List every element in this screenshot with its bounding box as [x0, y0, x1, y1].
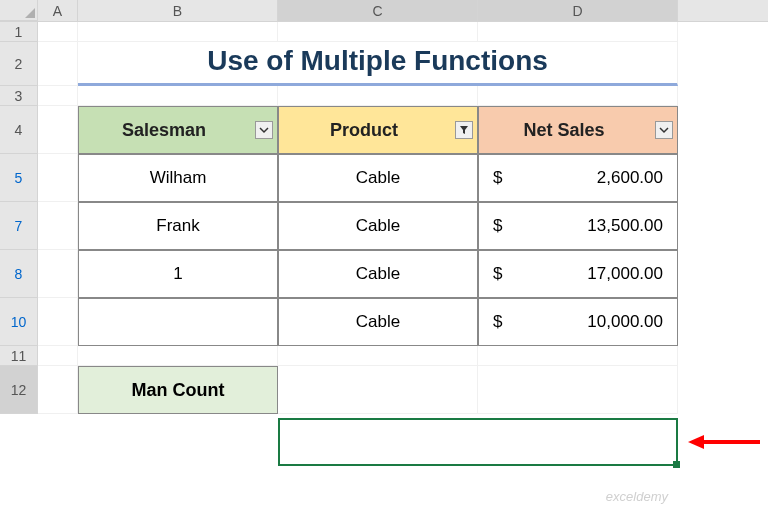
- header-product[interactable]: Product: [278, 106, 478, 154]
- cell-C11[interactable]: [278, 346, 478, 366]
- cell-A8[interactable]: [38, 250, 78, 298]
- row-header-5[interactable]: 5: [0, 154, 38, 202]
- cell-A4[interactable]: [38, 106, 78, 154]
- cell-netsales-10[interactable]: $ 10,000.00: [478, 298, 678, 346]
- annotation-arrow-icon: [688, 432, 760, 452]
- cell-A5[interactable]: [38, 154, 78, 202]
- row-2: 2 Use of Multiple Functions: [0, 42, 768, 86]
- col-header-D[interactable]: D: [478, 0, 678, 21]
- cell-selection-box: [278, 418, 678, 466]
- amount-value: 2,600.00: [597, 168, 663, 188]
- cell-netsales-8[interactable]: $ 17,000.00: [478, 250, 678, 298]
- row-header-2[interactable]: 2: [0, 42, 38, 86]
- cell-netsales-5[interactable]: $ 2,600.00: [478, 154, 678, 202]
- currency-symbol: $: [493, 312, 502, 332]
- row-12: 12 Man Count: [0, 366, 768, 414]
- cell-salesman-7[interactable]: Frank: [78, 202, 278, 250]
- cell-A3[interactable]: [38, 86, 78, 106]
- row-header-1[interactable]: 1: [0, 22, 38, 42]
- amount-value: 10,000.00: [587, 312, 663, 332]
- currency-symbol: $: [493, 264, 502, 284]
- cell-netsales-7[interactable]: $ 13,500.00: [478, 202, 678, 250]
- column-headers-row: A B C D: [0, 0, 768, 22]
- mancount-label-cell[interactable]: Man Count: [78, 366, 278, 414]
- amount-value: 17,000.00: [587, 264, 663, 284]
- spreadsheet-grid: A B C D 1 2 Use of Multiple Functions 3 …: [0, 0, 768, 524]
- cell-C12[interactable]: [278, 366, 478, 414]
- watermark-text: exceldemy: [606, 489, 668, 504]
- filter-button-netsales[interactable]: [655, 121, 673, 139]
- header-netsales[interactable]: Net Sales: [478, 106, 678, 154]
- row-1: 1: [0, 22, 768, 42]
- cell-C3[interactable]: [278, 86, 478, 106]
- filter-button-product[interactable]: [455, 121, 473, 139]
- cell-A2[interactable]: [38, 42, 78, 86]
- row-8: 8 1 Cable $ 17,000.00: [0, 250, 768, 298]
- cell-salesman-5[interactable]: Wilham: [78, 154, 278, 202]
- currency-symbol: $: [493, 168, 502, 188]
- header-netsales-label: Net Sales: [484, 120, 672, 141]
- cell-D1[interactable]: [478, 22, 678, 42]
- selection-fill-handle[interactable]: [673, 461, 680, 468]
- cell-A10[interactable]: [38, 298, 78, 346]
- header-salesman[interactable]: Salesman: [78, 106, 278, 154]
- row-header-8[interactable]: 8: [0, 250, 38, 298]
- col-header-C[interactable]: C: [278, 0, 478, 21]
- cell-A7[interactable]: [38, 202, 78, 250]
- cell-C1[interactable]: [278, 22, 478, 42]
- cell-B3[interactable]: [78, 86, 278, 106]
- cell-D12[interactable]: [478, 366, 678, 414]
- row-10: 10 Cable $ 10,000.00: [0, 298, 768, 346]
- cell-B1[interactable]: [78, 22, 278, 42]
- chevron-down-icon: [659, 125, 669, 135]
- filter-button-salesman[interactable]: [255, 121, 273, 139]
- header-salesman-label: Salesman: [84, 120, 272, 141]
- cell-A11[interactable]: [38, 346, 78, 366]
- cell-salesman-10[interactable]: [78, 298, 278, 346]
- col-header-B[interactable]: B: [78, 0, 278, 21]
- row-4: 4 Salesman Product Net Sales: [0, 106, 768, 154]
- col-header-A[interactable]: A: [38, 0, 78, 21]
- row-header-7[interactable]: 7: [0, 202, 38, 250]
- row-header-12[interactable]: 12: [0, 366, 38, 414]
- cell-product-10[interactable]: Cable: [278, 298, 478, 346]
- cell-A1[interactable]: [38, 22, 78, 42]
- row-7: 7 Frank Cable $ 13,500.00: [0, 202, 768, 250]
- filter-active-icon: [459, 125, 469, 135]
- row-header-10[interactable]: 10: [0, 298, 38, 346]
- currency-symbol: $: [493, 216, 502, 236]
- row-3: 3: [0, 86, 768, 106]
- cell-D11[interactable]: [478, 346, 678, 366]
- row-header-3[interactable]: 3: [0, 86, 38, 106]
- cell-product-8[interactable]: Cable: [278, 250, 478, 298]
- header-product-label: Product: [284, 120, 472, 141]
- cell-D3[interactable]: [478, 86, 678, 106]
- cell-product-5[interactable]: Cable: [278, 154, 478, 202]
- chevron-down-icon: [259, 125, 269, 135]
- select-all-corner[interactable]: [0, 0, 38, 21]
- cell-B11[interactable]: [78, 346, 278, 366]
- row-5: 5 Wilham Cable $ 2,600.00: [0, 154, 768, 202]
- cell-product-7[interactable]: Cable: [278, 202, 478, 250]
- row-header-11[interactable]: 11: [0, 346, 38, 366]
- cell-salesman-8[interactable]: 1: [78, 250, 278, 298]
- cell-A12[interactable]: [38, 366, 78, 414]
- row-header-4[interactable]: 4: [0, 106, 38, 154]
- amount-value: 13,500.00: [587, 216, 663, 236]
- row-11: 11: [0, 346, 768, 366]
- title-cell[interactable]: Use of Multiple Functions: [78, 42, 678, 86]
